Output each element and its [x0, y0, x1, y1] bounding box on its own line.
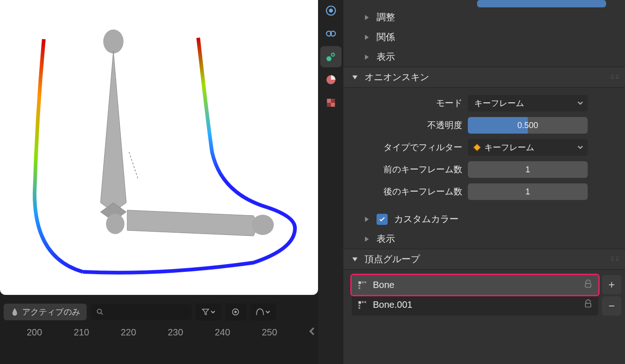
remove-vertex-group-button[interactable]: − — [602, 296, 621, 316]
circle-dot-icon — [231, 307, 240, 317]
number-value: 1 — [525, 187, 530, 197]
label-next-kf: 後のキーフレーム数 — [371, 186, 468, 198]
vertex-group-icon — [357, 300, 367, 310]
label-mode: モード — [371, 97, 468, 109]
properties-body: 調整 関係 表示 オニオンスキン ⠿⠿ モード キーフレーム 不透明度 — [343, 0, 625, 364]
panel-label: 関係 — [377, 31, 395, 43]
panel-label: 頂点グループ — [365, 253, 420, 265]
timeline-area: アクティブのみ 200 210 220 230 240 250 — [0, 300, 318, 342]
number-next-kf[interactable]: 1 — [468, 183, 588, 200]
curve-icon — [255, 307, 265, 317]
triangle-down-icon — [352, 256, 358, 263]
panel-adjust[interactable]: 調整 — [343, 7, 625, 27]
panel-vertex-groups-header[interactable]: 頂点グループ ⠿⠿ — [343, 249, 625, 270]
tab-render[interactable] — [320, 0, 342, 21]
svg-rect-22 — [362, 281, 364, 283]
timeline-ruler[interactable]: 200 210 220 230 240 250 — [0, 323, 318, 342]
field-filter-type: タイプでフィルター キーフレーム — [343, 136, 625, 159]
panel-label: カスタムカラー — [394, 213, 459, 225]
add-vertex-group-button[interactable]: + — [602, 275, 621, 294]
chevron-down-icon — [211, 310, 215, 314]
chevron-down-icon — [578, 143, 583, 153]
svg-rect-26 — [585, 283, 591, 287]
lock-icon[interactable] — [584, 279, 593, 291]
slider-opacity[interactable]: 0.500 — [468, 117, 588, 134]
ruler-tick: 240 — [215, 327, 230, 338]
dropdown-mode[interactable]: キーフレーム — [468, 95, 588, 112]
drag-handle-icon[interactable]: ⠿⠿ — [610, 74, 620, 81]
vertex-group-side-buttons: + − — [602, 275, 621, 316]
svg-marker-1 — [100, 51, 126, 212]
svg-rect-18 — [331, 99, 335, 103]
vertex-group-list[interactable]: Bone Bone.001 — [352, 275, 598, 316]
svg-marker-4 — [127, 210, 258, 236]
filter-button[interactable] — [195, 303, 221, 321]
panel-custom-color[interactable]: カスタムカラー — [343, 209, 625, 229]
field-opacity: 不透明度 0.500 — [343, 114, 625, 136]
active-only-label: アクティブのみ — [22, 306, 80, 317]
label-prev-kf: 前のキーフレーム数 — [371, 164, 468, 176]
svg-point-14 — [326, 56, 331, 61]
vertex-group-name: Bone — [373, 280, 395, 290]
dropdown-value: キーフレーム — [484, 142, 534, 153]
panel-relation[interactable]: 関係 — [343, 27, 625, 47]
panel-label: 調整 — [377, 11, 395, 23]
panel-display[interactable]: 表示 — [343, 47, 625, 67]
tab-texture[interactable] — [320, 92, 342, 113]
svg-point-15 — [331, 53, 335, 56]
slider-value: 0.500 — [517, 121, 538, 130]
3d-viewport[interactable] — [0, 0, 318, 295]
vertex-group-name: Bone.001 — [373, 299, 413, 310]
vertex-group-icon — [357, 280, 367, 290]
interpolation-button[interactable] — [250, 303, 276, 321]
search-icon — [96, 308, 104, 316]
label-opacity: 不透明度 — [371, 119, 468, 131]
ruler-tick: 220 — [121, 327, 136, 338]
active-only-toggle[interactable]: アクティブのみ — [4, 304, 87, 320]
chevron-down-icon — [578, 99, 583, 108]
record-button[interactable] — [225, 303, 246, 321]
vertex-group-item[interactable]: Bone — [352, 275, 598, 295]
scroll-left-icon[interactable] — [308, 327, 316, 340]
svg-rect-19 — [327, 103, 331, 107]
keyframe-icon — [473, 144, 481, 152]
svg-point-6 — [97, 309, 101, 313]
svg-point-9 — [235, 311, 237, 313]
tab-material[interactable] — [320, 69, 342, 90]
properties-tab-strip — [318, 0, 343, 364]
checkbox-custom-color[interactable] — [377, 214, 388, 225]
droplet-icon — [10, 307, 19, 317]
svg-rect-24 — [359, 285, 360, 287]
triangle-right-icon — [364, 236, 370, 242]
svg-point-5 — [252, 215, 274, 235]
dropdown-filter[interactable]: キーフレーム — [468, 139, 588, 156]
ruler-tick: 230 — [168, 327, 183, 338]
panel-onion-skin-header[interactable]: オニオンスキン ⠿⠿ — [343, 67, 625, 88]
tab-constraints[interactable] — [320, 23, 342, 44]
lock-icon[interactable] — [584, 299, 593, 311]
svg-rect-21 — [359, 281, 361, 284]
triangle-right-icon — [364, 34, 370, 41]
vertex-group-item[interactable]: Bone.001 — [352, 295, 598, 315]
panel-display-2[interactable]: 表示 — [343, 229, 625, 249]
drag-handle-icon[interactable]: ⠿⠿ — [610, 256, 620, 263]
number-prev-kf[interactable]: 1 — [468, 161, 588, 178]
svg-rect-31 — [359, 307, 360, 309]
vertex-group-container: Bone Bone.001 + − — [343, 270, 625, 316]
svg-rect-17 — [327, 99, 331, 103]
dropdown-value: キーフレーム — [474, 98, 524, 109]
label-filter: タイプでフィルター — [371, 141, 468, 153]
chevron-down-icon — [265, 310, 270, 314]
triangle-down-icon — [352, 74, 358, 81]
slider-top[interactable] — [477, 0, 606, 7]
svg-rect-30 — [359, 305, 360, 306]
tab-greasepencil[interactable] — [320, 46, 342, 67]
svg-rect-28 — [362, 301, 364, 303]
svg-rect-25 — [359, 287, 360, 289]
ruler-tick: 210 — [74, 327, 89, 338]
svg-rect-23 — [365, 281, 366, 283]
svg-rect-27 — [359, 301, 361, 304]
funnel-icon — [201, 308, 210, 316]
search-input[interactable] — [90, 304, 192, 320]
svg-line-7 — [101, 313, 103, 315]
